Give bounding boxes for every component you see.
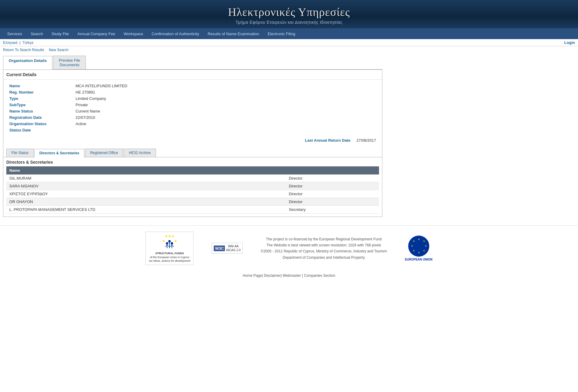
main-content: Organisation Details Preview FileDocumen… [0,53,385,219]
svg-text:★: ★ [162,239,165,243]
footer-link-companies[interactable]: Companies Section [304,273,335,278]
lang-separator: | [20,41,20,45]
inner-tab-he32[interactable]: HE32 Archive [124,149,156,157]
inner-tab-row: File Status Directors & Secretaries Regi… [3,146,382,157]
footer-line-4: Department of Companies and Intellectual… [261,255,387,261]
director-role: Director [286,182,379,190]
structural-icon: ★★★ ★ ★ [160,234,179,250]
login-link[interactable]: Login [564,40,575,45]
directors-title: Directors & Secretaries [6,157,379,166]
structural-funds-badge: ★★★ ★ ★ STRUCTURAL FUNDS of the European… [145,232,194,265]
eu-label: EUROPEAN UNION [405,258,433,261]
svg-line-10 [167,245,169,247]
lang-greek[interactable]: Ελληνικά [3,41,17,45]
lang-turkish[interactable]: Türkçe [23,41,34,45]
table-header-name: Name [6,166,286,174]
current-details-box: Current Details Name MCA INTELIFUNDS LIM… [3,69,382,217]
nav-services[interactable]: Services [3,29,26,39]
detail-grid: Name MCA INTELIFUNDS LIMITED Reg. Number… [3,80,382,136]
director-name: OR OHAYON [6,198,286,206]
footer-link-home[interactable]: Home Page [243,273,262,278]
label-status-date: Status Date [9,128,76,132]
detail-row-name: Name MCA INTELIFUNDS LIMITED [9,83,376,89]
return-to-search-link[interactable]: Return To Search Results [3,48,44,52]
svg-text:★: ★ [174,239,177,243]
director-name: GIL MURAM [6,174,286,182]
eu-circle: ★ ★ ★ ★ ★ ★ ★ ★ [408,236,429,257]
table-header-role [286,166,379,174]
lang-bar: Ελληνικά | Türkçe Login [0,39,578,46]
header: Ηλεκτρονικές Υπηρεσίες Τμήμα Εφόρου Εται… [0,0,578,28]
nav-confirmation[interactable]: Confirmation of Authenticity [147,29,203,39]
label-type: Type [9,96,76,101]
value-name: MCA INTELIFUNDS LIMITED [76,84,127,88]
header-subtitle: Τμήμα Εφόρου Εταιρειών και Διανοητικής Ι… [0,20,578,25]
label-reg-date: Registration Date [9,115,76,120]
detail-row-status-date: Status Date [9,127,376,133]
director-role: Director [286,198,379,206]
w3c-badges-area: W3C WAI-AAWCAG 2.0 [212,243,243,254]
nav-e-filing[interactable]: Electronic Filing [263,29,300,39]
nav-workspace[interactable]: Workspace [120,29,148,39]
inner-tab-registered-office[interactable]: Registered Office [85,149,123,157]
director-role: Director [286,190,379,198]
inner-tab-file-status[interactable]: File Status [6,149,34,157]
inner-tab-directors[interactable]: Directors & Secretaries [34,149,85,157]
detail-row-reg-date: Registration Date 22/07/2010 [9,114,376,121]
footer-link-webmaster[interactable]: Webmaster [283,273,301,278]
table-row: SARA NISANOVDirector [6,182,379,190]
current-details-title: Current Details [3,70,382,80]
lang-links: Ελληνικά | Türkçe [3,40,33,45]
tab-organisation-details[interactable]: Organisation Details [3,56,52,69]
svg-text:★: ★ [412,240,415,242]
detail-row-subtype: SubType Private [9,102,376,108]
value-org-status: Active [76,122,86,126]
director-name: SARA NISANOV [6,182,286,190]
annual-return-row: Last Annual Return Date 27/08/2017 [3,136,382,146]
detail-row-org-status: Organisation Status Active [9,121,376,127]
footer-line-1: The project is co-financed by the Europe… [261,236,387,242]
footer-line-2: The Website is best viewed with screen r… [261,242,387,248]
svg-text:★: ★ [411,245,413,247]
wcag-label: WAI-AAWCAG 2.0 [226,244,241,252]
svg-line-11 [170,245,172,247]
label-org-status: Organisation Status [9,122,76,126]
footer-text: The project is co-financed by the Europe… [261,236,387,261]
svg-text:★: ★ [424,245,427,247]
detail-row-reg: Reg. Number HE 270891 [9,89,376,95]
nav-bar: Services Search Study File Annual Compan… [0,28,578,39]
footer-link-disclaimer[interactable]: Disclaimer [264,273,281,278]
svg-text:★: ★ [418,251,420,254]
tab-preview-file[interactable]: Preview FileDocuments [53,56,86,69]
director-role: Secretary [286,206,379,214]
directors-section: Directors & Secretaries Name GIL MURAMDi… [3,157,382,217]
header-title: Ηλεκτρονικές Υπηρεσίες [0,5,578,19]
svg-text:★★★: ★★★ [165,234,175,238]
w3c-label: W3C [214,245,225,251]
breadcrumb-bar: Return To Search Results New Search [0,46,578,53]
svg-line-9 [165,245,167,247]
detail-row-name-status: Name Status Current Name [9,108,376,114]
label-name: Name [9,84,76,88]
label-subtype: SubType [9,103,76,107]
nav-study-file[interactable]: Study File [47,29,73,39]
footer-eu: ★ ★ ★ ★ ★ ★ ★ ★ EUROPEAN UNION [405,236,433,261]
nav-annual-fee[interactable]: Annual Company Fee [73,29,120,39]
nav-name-examination[interactable]: Results of Name Examination [204,29,263,39]
table-row: ΧΡΙΣΤΟΣ ΕΥΡΙΠΙΔΟΥDirector [6,190,379,198]
nav-search[interactable]: Search [26,29,47,39]
w3c-badge: W3C WAI-AAWCAG 2.0 [212,243,243,254]
svg-point-3 [166,242,168,245]
svg-point-4 [171,242,173,245]
footer-line-3: ©2005 - 2011 Republic of Cyprus, Ministr… [261,248,387,254]
new-search-link[interactable]: New Search [49,48,68,52]
director-name: ΧΡΙΣΤΟΣ ΕΥΡΙΠΙΔΟΥ [6,190,286,198]
table-row: OR OHAYONDirector [6,198,379,206]
eu-flag-icon: ★ ★ ★ ★ ★ ★ ★ ★ [410,237,428,255]
footer-main: ★★★ ★ ★ STRUCTURAL FUNDS of the European… [0,225,578,271]
footer-links: Home Page| Disclaimer| Webmaster | Compa… [0,271,578,281]
annual-return-value: 27/08/2017 [356,138,376,143]
label-name-status: Name Status [9,109,76,113]
annual-return-label: Last Annual Return Date [305,138,350,143]
svg-text:★: ★ [412,249,415,252]
